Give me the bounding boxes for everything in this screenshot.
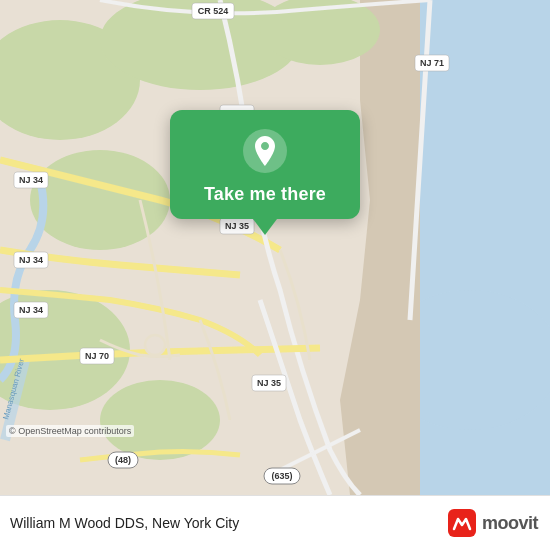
map-svg: CR 524 NJ 71 NJ 34 NJ 35 NJ 34 NJ 35 NJ … (0, 0, 550, 495)
svg-text:NJ 71: NJ 71 (420, 58, 444, 68)
map-container: CR 524 NJ 71 NJ 34 NJ 35 NJ 34 NJ 35 NJ … (0, 0, 550, 495)
moovit-icon (448, 509, 476, 537)
svg-text:NJ 34: NJ 34 (19, 255, 43, 265)
moovit-logo: moovit (448, 509, 538, 537)
svg-point-10 (145, 335, 165, 355)
svg-text:(635): (635) (271, 471, 292, 481)
osm-credit: © OpenStreetMap contributors (6, 425, 134, 437)
svg-text:(48): (48) (115, 455, 131, 465)
location-name: William M Wood DDS, New York City (10, 515, 239, 531)
svg-text:NJ 34: NJ 34 (19, 175, 43, 185)
svg-text:NJ 35: NJ 35 (257, 378, 281, 388)
bottom-bar: William M Wood DDS, New York City moovit (0, 495, 550, 550)
svg-text:NJ 70: NJ 70 (85, 351, 109, 361)
svg-text:NJ 34: NJ 34 (19, 305, 43, 315)
take-me-there-label: Take me there (204, 184, 326, 205)
svg-text:NJ 35: NJ 35 (225, 221, 249, 231)
svg-point-9 (100, 380, 220, 460)
moovit-text: moovit (482, 513, 538, 534)
location-pin-icon (242, 128, 288, 174)
take-me-there-button[interactable]: Take me there (170, 110, 360, 219)
svg-text:CR 524: CR 524 (198, 6, 229, 16)
